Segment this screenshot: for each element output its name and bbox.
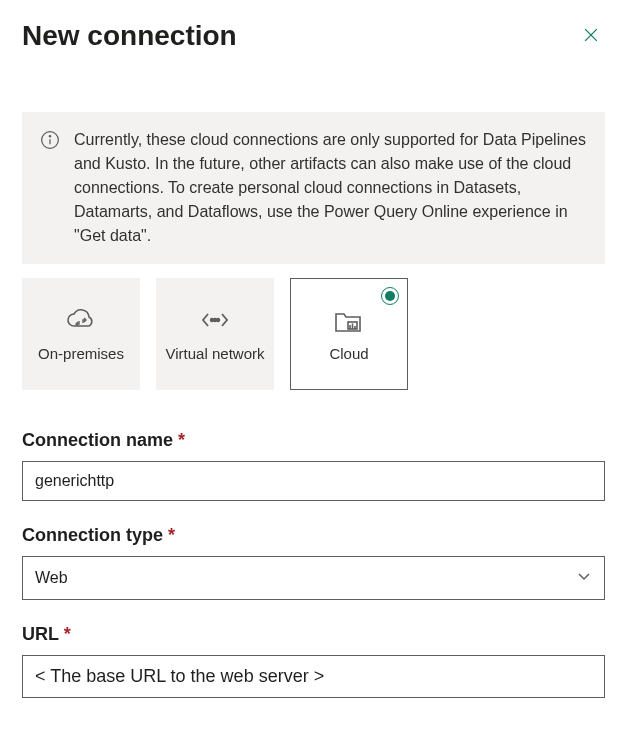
cloud-folder-icon [333, 305, 365, 335]
network-icon [200, 305, 230, 335]
close-button[interactable] [577, 21, 605, 52]
tile-cloud[interactable]: Cloud [290, 278, 408, 390]
dialog-title: New connection [22, 20, 237, 52]
field-connection-name: Connection name * [22, 430, 605, 501]
svg-point-4 [49, 136, 50, 137]
label-text: Connection type [22, 525, 163, 545]
tile-label: On-premises [38, 345, 124, 364]
info-icon [40, 128, 60, 248]
label-text: Connection name [22, 430, 173, 450]
tile-label: Cloud [329, 345, 368, 364]
required-asterisk: * [178, 430, 185, 450]
tile-label: Virtual network [166, 345, 265, 364]
connection-name-label: Connection name * [22, 430, 605, 451]
close-icon [581, 25, 601, 45]
required-asterisk: * [168, 525, 175, 545]
url-label: URL * [22, 624, 605, 645]
url-input[interactable] [22, 655, 605, 698]
info-banner: Currently, these cloud connections are o… [22, 112, 605, 264]
connection-type-select[interactable]: Web [22, 556, 605, 600]
info-text: Currently, these cloud connections are o… [74, 128, 587, 248]
connection-type-label: Connection type * [22, 525, 605, 546]
connection-name-input[interactable] [22, 461, 605, 501]
label-text: URL [22, 624, 59, 644]
tile-on-premises[interactable]: On-premises [22, 278, 140, 390]
cloud-sync-icon [64, 305, 98, 335]
field-url: URL * [22, 624, 605, 698]
select-value: Web [35, 569, 68, 587]
svg-point-7 [217, 318, 220, 321]
chevron-down-icon [576, 568, 592, 588]
required-asterisk: * [64, 624, 71, 644]
field-connection-type: Connection type * Web [22, 525, 605, 600]
radio-indicator [381, 287, 399, 305]
connection-mode-tiles: On-premises Virtual network Cloud [22, 278, 605, 390]
dialog-header: New connection [22, 20, 605, 52]
tile-virtual-network[interactable]: Virtual network [156, 278, 274, 390]
